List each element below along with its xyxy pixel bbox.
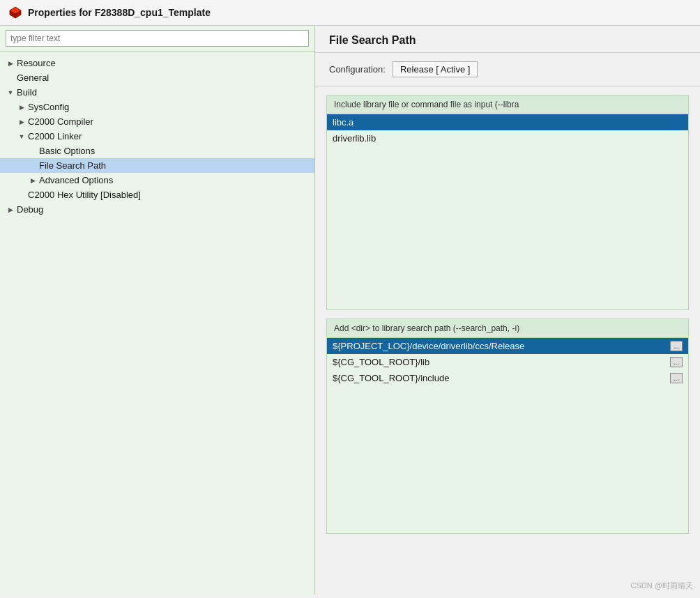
watermark: CSDN @时雨晴天: [631, 581, 693, 591]
library-section-header: Include library file or command file as …: [327, 95, 688, 114]
tree-label-build: Build: [15, 86, 38, 98]
filter-input[interactable]: [6, 30, 309, 47]
tree-label-debug: Debug: [15, 204, 45, 215]
chevron-right-icon: ▶: [28, 176, 38, 185]
search-path-item-path3[interactable]: ${CG_TOOL_ROOT}/include...: [327, 370, 688, 386]
path-browse-button-path3[interactable]: ...: [670, 373, 683, 383]
title-bar: Properties for F28388D_cpu1_Template: [0, 0, 700, 26]
tree-item-debug[interactable]: ▶Debug: [0, 202, 314, 217]
tree-item-basic-options[interactable]: Basic Options: [0, 144, 314, 158]
tree-item-general[interactable]: General: [0, 70, 314, 85]
library-section: Include library file or command file as …: [326, 95, 689, 310]
chevron-down-icon: ▼: [6, 88, 15, 98]
right-panel-title: File Search Path: [329, 34, 416, 46]
cube-icon: [8, 6, 22, 20]
path-browse-button-path2[interactable]: ...: [670, 357, 683, 367]
search-path-label-path2: ${CG_TOOL_ROOT}/lib: [333, 357, 667, 367]
tree-label-c2000-linker: C2000 Linker: [26, 130, 83, 142]
library-item-driverlib-lib[interactable]: driverlib.lib: [327, 130, 688, 146]
chevron-right-icon: ▶: [17, 117, 26, 127]
search-path-section-header: Add <dir> to library search path (--sear…: [327, 319, 688, 338]
tree-item-advanced-options[interactable]: ▶Advanced Options: [0, 173, 314, 187]
tree-item-file-search-path[interactable]: File Search Path: [0, 158, 314, 173]
chevron-down-icon: ▼: [17, 132, 26, 141]
search-path-item-path2[interactable]: ${CG_TOOL_ROOT}/lib...: [327, 354, 688, 370]
path-browse-button-path1[interactable]: ...: [670, 341, 683, 351]
chevron-right-icon: ▶: [6, 59, 15, 68]
right-panel-header: File Search Path: [315, 26, 700, 53]
tree-label-advanced-options: Advanced Options: [38, 174, 114, 186]
tree-item-sysconfig[interactable]: ▶SysConfig: [0, 100, 314, 114]
tree-item-resource[interactable]: ▶Resource: [0, 56, 314, 70]
tree-item-c2000-compiler[interactable]: ▶C2000 Compiler: [0, 114, 314, 129]
chevron-right-icon: ▶: [17, 102, 26, 112]
tree-item-c2000-hex-utility[interactable]: C2000 Hex Utility [Disabled]: [0, 187, 314, 202]
config-label: Configuration:: [329, 64, 386, 75]
config-row: Configuration: Release [ Active ]: [315, 53, 700, 86]
tree-label-c2000-hex-utility: C2000 Hex Utility [Disabled]: [26, 189, 142, 201]
left-panel: ▶ResourceGeneral▼Build▶SysConfig▶C2000 C…: [0, 26, 315, 595]
search-path-section: Add <dir> to library search path (--sear…: [326, 319, 689, 534]
chevron-right-icon: ▶: [6, 205, 15, 215]
tree-label-general: General: [15, 72, 50, 84]
library-item-libc-a[interactable]: libc.a: [327, 114, 688, 130]
filter-input-wrap: [0, 26, 314, 52]
search-path-item-path1[interactable]: ${PROJECT_LOC}/device/driverlib/ccs/Rele…: [327, 338, 688, 354]
tree-area: ▶ResourceGeneral▼Build▶SysConfig▶C2000 C…: [0, 52, 314, 595]
search-path-label-path3: ${CG_TOOL_ROOT}/include: [333, 373, 667, 383]
main-layout: ▶ResourceGeneral▼Build▶SysConfig▶C2000 C…: [0, 26, 700, 595]
right-panel-content: Configuration: Release [ Active ] Includ…: [315, 53, 700, 595]
search-path-label-path1: ${PROJECT_LOC}/device/driverlib/ccs/Rele…: [333, 341, 667, 351]
tree-item-build[interactable]: ▼Build: [0, 85, 314, 100]
library-list: libc.adriverlib.lib: [327, 114, 688, 309]
tree-label-resource: Resource: [15, 57, 57, 69]
window-title: Properties for F28388D_cpu1_Template: [28, 7, 211, 18]
right-panel: File Search Path Configuration: Release …: [315, 26, 700, 595]
tree-label-sysconfig: SysConfig: [26, 101, 70, 113]
search-path-list: ${PROJECT_LOC}/device/driverlib/ccs/Rele…: [327, 338, 688, 533]
config-dropdown[interactable]: Release [ Active ]: [393, 61, 478, 77]
tree-label-file-search-path: File Search Path: [38, 160, 107, 171]
tree-label-c2000-compiler: C2000 Compiler: [26, 116, 95, 128]
tree-label-basic-options: Basic Options: [38, 145, 96, 157]
tree-item-c2000-linker[interactable]: ▼C2000 Linker: [0, 129, 314, 144]
